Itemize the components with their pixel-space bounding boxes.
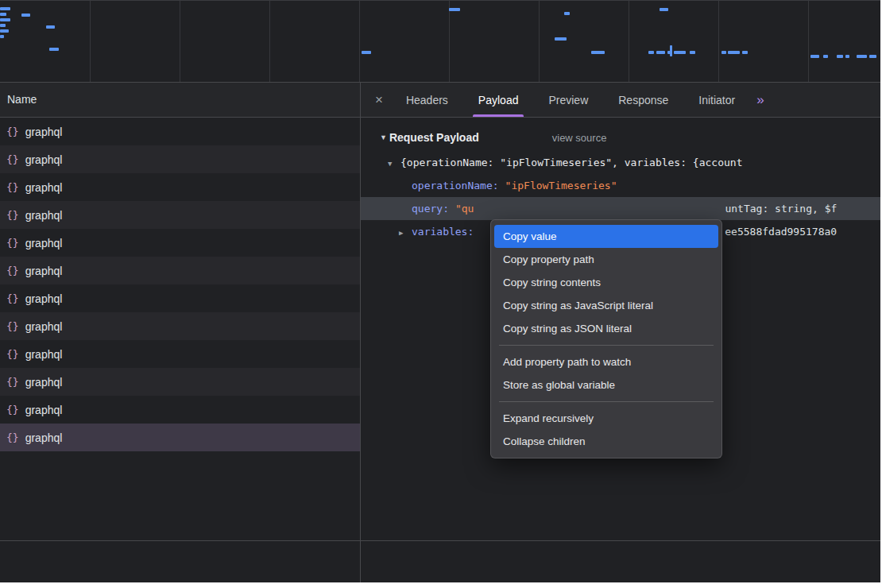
- collapsed-triangle-icon[interactable]: ▶: [399, 222, 412, 243]
- request-timing-bar: [564, 12, 570, 15]
- tab-initiator[interactable]: Initiator: [683, 83, 750, 117]
- json-braces-icon: {}: [6, 404, 19, 416]
- property-key: query:: [412, 203, 449, 215]
- timeline-gridline: [539, 1, 540, 82]
- menu-item-copy-property-path[interactable]: Copy property path: [494, 248, 718, 271]
- request-name-label: graphql: [25, 292, 63, 305]
- json-braces-icon: {}: [6, 209, 19, 221]
- request-timing-bar: [869, 55, 876, 58]
- payload-root-row[interactable]: ▼{operationName: "ipFlowTimeseries", var…: [361, 151, 880, 174]
- request-row[interactable]: {}graphql: [0, 118, 360, 145]
- devtools-window: Name {}graphql{}graphql{}graphql{}graphq…: [0, 0, 880, 582]
- request-row[interactable]: {}graphql: [0, 424, 360, 451]
- json-braces-icon: {}: [6, 237, 19, 249]
- request-row[interactable]: {}graphql: [0, 396, 360, 424]
- timeline-gridline: [449, 1, 450, 82]
- name-column-header[interactable]: Name: [0, 83, 360, 118]
- request-timing-bar: [670, 45, 672, 56]
- request-timing-bar: [721, 51, 726, 54]
- section-title: Request Payload: [389, 131, 479, 144]
- request-name-label: graphql: [25, 237, 63, 250]
- request-row[interactable]: {}graphql: [0, 229, 360, 257]
- request-timing-bar: [0, 29, 9, 33]
- request-row[interactable]: {}graphql: [0, 368, 360, 396]
- section-collapse-triangle-icon[interactable]: ▼: [380, 133, 387, 141]
- request-timing-bar: [742, 51, 748, 54]
- request-payload-section: ▼ Request Payload view source: [361, 124, 880, 151]
- view-source-link[interactable]: view source: [552, 132, 607, 144]
- property-value-end: ee5588fdad995178a0: [725, 226, 837, 238]
- request-timing-bar: [845, 55, 849, 58]
- request-list: {}graphql{}graphql{}graphql{}graphql{}gr…: [0, 118, 360, 540]
- request-timing-bar: [690, 51, 695, 54]
- expand-triangle-icon[interactable]: ▼: [388, 153, 400, 174]
- menu-item-store-as-global-variable[interactable]: Store as global variable: [494, 373, 718, 397]
- tab-response[interactable]: Response: [603, 83, 683, 117]
- menu-item-expand-recursively[interactable]: Expand recursively: [494, 407, 718, 430]
- request-row[interactable]: {}graphql: [0, 312, 360, 340]
- menu-item-copy-string-contents[interactable]: Copy string contents: [494, 271, 718, 294]
- menu-separator: [499, 401, 714, 402]
- property-value-end: untTag: string, $f: [725, 203, 837, 215]
- close-icon[interactable]: ×: [375, 92, 383, 108]
- payload-root-preview: {operationName: "ipFlowTimeseries", vari…: [400, 157, 742, 168]
- request-timing-bar: [0, 24, 6, 27]
- request-row[interactable]: {}graphql: [0, 257, 360, 284]
- request-name-label: graphql: [25, 209, 63, 222]
- request-row[interactable]: {}graphql: [0, 284, 360, 312]
- request-timing-bar: [660, 8, 668, 11]
- more-tabs-icon[interactable]: »: [756, 92, 764, 108]
- timeline-gridline: [629, 1, 629, 82]
- request-name-label: graphql: [25, 404, 63, 416]
- bottom-status-area: [0, 540, 880, 582]
- request-row[interactable]: {}graphql: [0, 145, 360, 173]
- request-timing-bar: [555, 37, 567, 41]
- request-row[interactable]: {}graphql: [0, 173, 360, 201]
- timeline-gridline: [180, 1, 180, 82]
- menu-item-copy-string-as-json-literal[interactable]: Copy string as JSON literal: [494, 317, 718, 340]
- request-timing-bar: [823, 55, 828, 58]
- timeline-gridline: [90, 1, 91, 82]
- request-timing-bar: [857, 55, 867, 58]
- details-tab-bar: × HeadersPayloadPreviewResponseInitiator…: [361, 83, 880, 118]
- property-key: variables:: [412, 226, 474, 238]
- network-overview-timeline[interactable]: [0, 0, 880, 83]
- network-main-split: Name {}graphql{}graphql{}graphql{}graphq…: [0, 83, 880, 540]
- bottom-status-left: [0, 541, 361, 582]
- json-braces-icon: {}: [6, 292, 19, 304]
- request-name-label: graphql: [25, 126, 63, 138]
- request-name-label: graphql: [25, 320, 63, 333]
- request-timing-bar: [0, 13, 6, 16]
- request-row[interactable]: {}graphql: [0, 201, 360, 229]
- property-value: "ipFlowTimeseries": [505, 180, 617, 191]
- json-braces-icon: {}: [6, 431, 19, 443]
- request-timing-bar: [0, 18, 10, 21]
- json-braces-icon: {}: [6, 153, 19, 165]
- request-name-label: graphql: [25, 348, 63, 361]
- payload-row-operation-name[interactable]: operationName:"ipFlowTimeseries": [361, 174, 880, 197]
- request-timing-bar: [21, 14, 30, 17]
- request-name-label: graphql: [25, 153, 63, 166]
- json-braces-icon: {}: [6, 376, 19, 388]
- request-row[interactable]: {}graphql: [0, 340, 360, 368]
- tab-preview[interactable]: Preview: [533, 83, 603, 117]
- request-name-label: graphql: [25, 265, 63, 277]
- json-braces-icon: {}: [6, 181, 19, 193]
- request-name-label: graphql: [25, 376, 63, 389]
- menu-item-add-property-path-to-watch[interactable]: Add property path to watch: [494, 350, 718, 373]
- request-timing-bar: [837, 55, 843, 58]
- request-name-label: graphql: [25, 431, 63, 444]
- request-timing-bar: [0, 35, 4, 38]
- tab-headers[interactable]: Headers: [391, 83, 463, 117]
- request-name-label: graphql: [25, 181, 63, 194]
- menu-item-collapse-children[interactable]: Collapse children: [494, 430, 718, 453]
- tab-list: HeadersPayloadPreviewResponseInitiator: [391, 83, 750, 117]
- menu-item-copy-value[interactable]: Copy value: [494, 225, 718, 248]
- request-timing-bar: [728, 51, 740, 54]
- request-timing-bar: [674, 51, 686, 54]
- request-timing-bar: [46, 25, 55, 29]
- timeline-gridline: [718, 1, 719, 82]
- payload-row-query[interactable]: query:"quuntTag: string, $f: [361, 197, 880, 220]
- menu-item-copy-string-as-javascript-literal[interactable]: Copy string as JavaScript literal: [494, 294, 718, 317]
- tab-payload[interactable]: Payload: [463, 83, 534, 117]
